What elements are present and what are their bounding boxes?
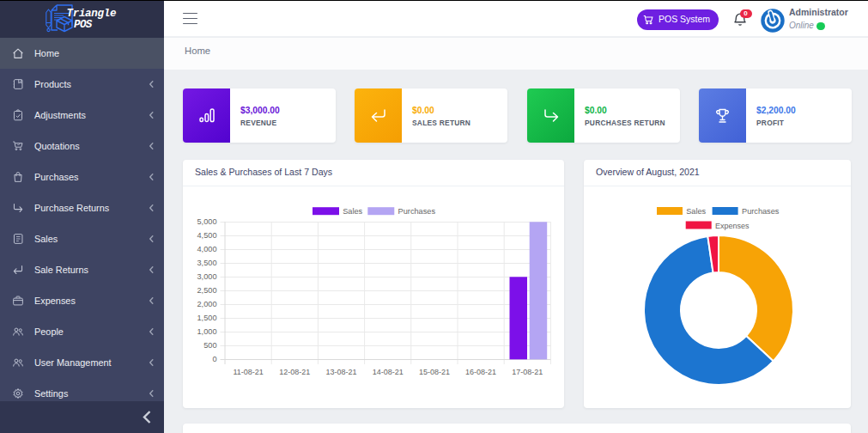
svg-text:5,000: 5,000 xyxy=(197,217,217,226)
svg-text:4,500: 4,500 xyxy=(197,231,217,240)
svg-text:1,500: 1,500 xyxy=(197,314,217,322)
svg-text:17-08-21: 17-08-21 xyxy=(512,368,543,376)
svg-text:12-08-21: 12-08-21 xyxy=(279,368,310,376)
svg-text:1,000: 1,000 xyxy=(197,327,217,336)
svg-text:500: 500 xyxy=(203,341,216,350)
svg-text:Purchases: Purchases xyxy=(398,207,436,216)
svg-text:Purchases: Purchases xyxy=(742,207,780,216)
svg-text:3,500: 3,500 xyxy=(197,259,217,267)
svg-text:Expenses: Expenses xyxy=(715,222,750,230)
svg-text:13-08-21: 13-08-21 xyxy=(325,368,356,376)
svg-text:11-08-21: 11-08-21 xyxy=(233,368,263,376)
svg-text:14-08-21: 14-08-21 xyxy=(373,368,404,376)
svg-text:2,000: 2,000 xyxy=(197,300,217,308)
svg-text:0: 0 xyxy=(212,355,216,363)
svg-text:4,000: 4,000 xyxy=(197,245,217,253)
svg-text:15-08-21: 15-08-21 xyxy=(419,368,450,376)
svg-text:Sales: Sales xyxy=(343,207,362,216)
svg-text:Sales: Sales xyxy=(686,207,706,216)
svg-text:16-08-21: 16-08-21 xyxy=(465,368,496,376)
svg-text:3,000: 3,000 xyxy=(197,272,217,281)
svg-text:2,500: 2,500 xyxy=(197,286,217,295)
